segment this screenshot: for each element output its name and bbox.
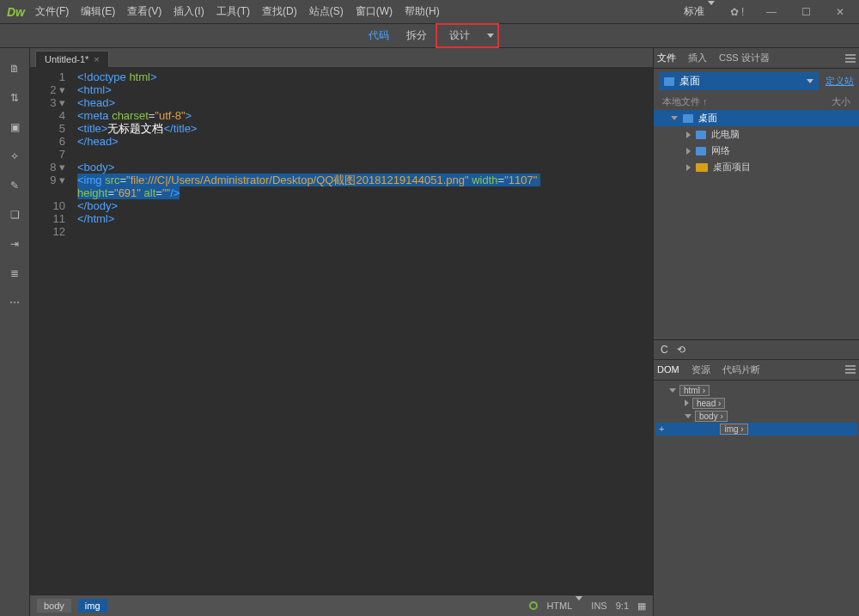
list-icon[interactable]: ≣	[7, 265, 22, 281]
monitor-icon	[683, 114, 693, 123]
comment-icon[interactable]: ❏	[7, 207, 22, 223]
files-header-row: 本地文件 ↑ 大小	[654, 94, 859, 110]
tab-snippets[interactable]: 代码片断	[722, 363, 760, 376]
tab-dom[interactable]: DOM	[657, 364, 679, 375]
files-toolbar: C ⟲	[654, 339, 859, 360]
monitor-icon	[664, 77, 674, 86]
monitor-icon	[696, 147, 706, 156]
menu-item[interactable]: 窗口(W)	[356, 4, 393, 19]
dom-row[interactable]: head ›	[655, 397, 857, 410]
wand-icon[interactable]: ✧	[7, 149, 22, 164]
panel-menu-icon[interactable]	[845, 52, 856, 64]
folder-icon	[696, 163, 708, 172]
tab-files[interactable]: 文件	[657, 52, 676, 64]
menu-item[interactable]: 工具(T)	[216, 4, 250, 19]
dom-panel-tabs: DOM 资源 代码片断	[654, 360, 859, 381]
menubar: 文件(F)编辑(E)查看(V)插入(I)工具(T)查找(D)站点(S)窗口(W)…	[35, 4, 684, 19]
breadcrumb-img[interactable]: img	[78, 599, 107, 613]
title-right: 标准 ✿ ! — ☐ ✕	[684, 3, 852, 21]
site-dropdown[interactable]: 桌面	[659, 72, 819, 90]
chevron-down-icon	[576, 596, 582, 611]
doctype-selector[interactable]: HTML	[546, 601, 582, 611]
tree-row[interactable]: 桌面	[654, 110, 859, 126]
breadcrumb-body[interactable]: body	[37, 599, 71, 613]
line-gutter: 12 ▾3 ▾45678 ▾9 ▾ 101112	[30, 67, 69, 595]
monitor-icon	[696, 131, 706, 139]
dom-tree[interactable]: html › head › body ›+ img ›	[654, 381, 859, 617]
tree-row[interactable]: 此电脑	[654, 126, 859, 143]
status-ok-icon	[529, 601, 538, 610]
close-icon[interactable]: ×	[94, 54, 99, 64]
sync-settings-icon[interactable]: ✿ !	[725, 3, 749, 21]
view-tab-code[interactable]: 代码	[360, 25, 398, 46]
menu-item[interactable]: 文件(F)	[35, 4, 69, 19]
insert-mode[interactable]: INS	[591, 601, 606, 611]
dom-row[interactable]: body ›	[655, 410, 857, 423]
file-icon[interactable]: 🗎	[7, 61, 22, 76]
menu-item[interactable]: 站点(S)	[309, 4, 344, 19]
maximize-button[interactable]: ☐	[794, 3, 818, 21]
menu-item[interactable]: 插入(I)	[174, 4, 204, 19]
view-mode-bar: 代码 拆分 设计	[0, 24, 859, 48]
file-tabs: Untitled-1* ×	[30, 48, 653, 67]
main-row: 🗎 ⇅ ▣ ✧ ✎ ❏ ⇥ ≣ ⋯ Untitled-1* × 12 ▾3 ▾4…	[0, 48, 859, 616]
site-dropdown-row: 桌面 定义站	[654, 69, 859, 94]
refresh-icon[interactable]: C	[661, 344, 668, 356]
view-tab-design[interactable]: 设计	[441, 25, 478, 46]
dom-row[interactable]: + img ›	[655, 423, 857, 436]
menu-item[interactable]: 查找(D)	[262, 4, 297, 19]
minimize-button[interactable]: —	[759, 3, 783, 21]
local-files-label[interactable]: 本地文件 ↑	[662, 95, 708, 108]
size-column-label: 大小	[832, 95, 850, 108]
overview-icon[interactable]: ▦	[637, 601, 646, 612]
app-logo: Dw	[7, 5, 25, 19]
chevron-down-icon[interactable]	[487, 34, 494, 38]
menu-item[interactable]: 查看(V)	[127, 4, 161, 19]
file-tab[interactable]: Untitled-1* ×	[35, 51, 109, 67]
file-tab-label: Untitled-1*	[45, 54, 88, 64]
titlebar: Dw 文件(F)编辑(E)查看(V)插入(I)工具(T)查找(D)站点(S)窗口…	[0, 0, 859, 24]
link-icon[interactable]: ⟲	[677, 344, 685, 356]
tab-insert[interactable]: 插入	[688, 52, 707, 64]
close-button[interactable]: ✕	[828, 3, 852, 21]
left-rail: 🗎 ⇅ ▣ ✧ ✎ ❏ ⇥ ≣ ⋯	[0, 48, 30, 616]
design-highlight: 设计	[436, 23, 499, 48]
dom-row[interactable]: html ›	[655, 384, 857, 397]
manage-icon[interactable]: ⇅	[7, 90, 22, 106]
workspace-selector[interactable]: 标准	[684, 4, 715, 19]
more-icon[interactable]: ⋯	[7, 295, 22, 310]
tab-assets[interactable]: 资源	[691, 363, 710, 376]
statusbar: body img HTML INS 9:1 ▦	[30, 595, 653, 616]
menu-item[interactable]: 编辑(E)	[81, 4, 115, 19]
eyedropper-icon[interactable]: ✎	[7, 178, 22, 193]
view-tab-split[interactable]: 拆分	[398, 25, 436, 46]
chevron-down-icon	[708, 1, 715, 17]
tree-row[interactable]: 桌面项目	[654, 159, 859, 175]
tree-row[interactable]: 网络	[654, 143, 859, 159]
files-panel-tabs: 文件 插入 CSS 设计器	[654, 48, 859, 69]
tab-css-designer[interactable]: CSS 设计器	[719, 52, 770, 64]
indent-icon[interactable]: ⇥	[7, 236, 22, 252]
file-tree[interactable]: 桌面 此电脑 网络 桌面项目	[654, 110, 859, 339]
menu-item[interactable]: 帮助(H)	[405, 4, 440, 19]
chevron-down-icon	[807, 79, 813, 83]
plus-icon[interactable]: +	[659, 424, 664, 434]
code-area[interactable]: <!doctype html><html><head><meta charset…	[69, 67, 653, 595]
code-editor[interactable]: 12 ▾3 ▾45678 ▾9 ▾ 101112 <!doctype html>…	[30, 67, 653, 595]
right-panels: 文件 插入 CSS 设计器 桌面 定义站 本地文件 ↑ 大小 桌面 此电脑 网络…	[653, 48, 859, 616]
define-site-link[interactable]: 定义站	[825, 75, 854, 88]
center-column: Untitled-1* × 12 ▾3 ▾45678 ▾9 ▾ 101112 <…	[30, 48, 653, 616]
panel-menu-icon[interactable]	[845, 363, 856, 375]
cursor-position: 9:1	[616, 601, 629, 611]
image-icon[interactable]: ▣	[7, 119, 22, 135]
